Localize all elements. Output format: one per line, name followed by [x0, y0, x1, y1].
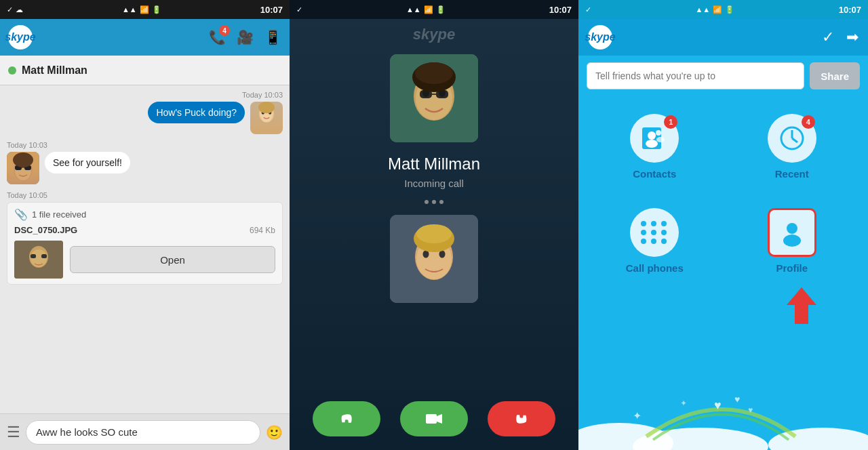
check-header-icon[interactable]: ✓	[822, 28, 834, 46]
video-icon[interactable]: 🎥	[237, 29, 254, 45]
contacts-badge: 1	[664, 115, 677, 129]
status-input-row: Share	[578, 56, 868, 96]
file-name: DSC_0750.JPG	[14, 225, 77, 235]
svg-point-48	[768, 428, 868, 450]
dial-dot-8	[651, 239, 656, 244]
dial-dot-9	[661, 239, 667, 244]
status-icons-left: ✓ ☁	[7, 5, 23, 14]
skype-icon-small: ☁	[16, 5, 23, 14]
header-icons: 📞 4 🎥 📱	[209, 29, 281, 45]
svg-text:♥: ♥	[734, 394, 740, 405]
menu-emoji-button[interactable]: ☰	[7, 424, 20, 441]
skype-logo-3: skype	[588, 25, 612, 49]
profile-arrow-icon	[783, 285, 821, 325]
file-section: 📎 1 file received DSC_0750.JPG 694 Kb	[7, 202, 283, 285]
msg-outgoing-1: How's Puck doing?	[7, 102, 283, 134]
svg-point-43	[787, 223, 797, 234]
file-header: 📎 1 file received	[14, 208, 275, 221]
battery-icon: 🔋	[152, 5, 161, 14]
file-thumbnail	[14, 241, 63, 279]
dot-1	[425, 200, 429, 204]
dial-dot-5	[651, 230, 656, 235]
profile-label: Profile	[776, 262, 808, 274]
recent-badge: 4	[802, 115, 815, 129]
svg-rect-14	[31, 254, 36, 258]
recent-label: Recent	[775, 168, 809, 180]
open-file-button[interactable]: Open	[70, 246, 275, 273]
profile-icon-circle	[768, 208, 816, 257]
dial-dot-2	[651, 221, 656, 226]
share-button[interactable]: Share	[810, 62, 860, 89]
svg-rect-33	[426, 414, 437, 424]
dial-dot-1	[641, 221, 646, 226]
wifi-icon: ▲▲	[122, 5, 137, 14]
dot-3	[439, 200, 443, 204]
callphones-icon-circle	[630, 208, 679, 257]
caller-avatar	[390, 54, 478, 142]
file-preview-row: Open	[14, 241, 275, 279]
menu-item-recent[interactable]: 4 Recent	[727, 103, 858, 190]
file-icon: 📎	[14, 208, 28, 221]
check-icon: ✓	[7, 5, 13, 14]
svg-point-4	[258, 102, 275, 113]
contacts-icon-circle: 1	[630, 114, 679, 163]
menu-panel: ✓ ▲▲ 📶 🔋 10:07 skype ✓ ➡ Share	[578, 0, 868, 450]
recent-icon-circle: 4	[768, 114, 816, 163]
menu-header: skype ✓ ➡	[578, 19, 868, 56]
svg-point-37	[646, 140, 658, 148]
contact-name: Matt Millman	[22, 64, 87, 77]
svg-text:♥: ♥	[714, 398, 722, 412]
avatar-contact	[7, 152, 39, 184]
svg-point-39	[656, 137, 665, 142]
calls-badge: 4	[219, 25, 230, 36]
bubble-incoming-1: See for yourself!	[45, 152, 130, 173]
contact-bar: Matt Millman	[0, 56, 290, 85]
svg-point-29	[423, 251, 429, 258]
check-icon-3: ✓	[585, 5, 591, 14]
contacts-label: Contacts	[633, 168, 676, 180]
svg-rect-15	[41, 254, 47, 258]
timestamp-3: Today 10:05	[7, 191, 283, 199]
calls-icon[interactable]: 📞 4	[209, 29, 226, 45]
call-content: Matt Millman Incoming call	[290, 47, 578, 394]
timestamp-2: Today 10:03	[7, 141, 283, 149]
clock-2: 10:07	[549, 5, 572, 15]
svg-point-44	[783, 234, 801, 247]
menu-item-contacts[interactable]: 1 Contacts	[589, 103, 720, 190]
call-panel: ✓ ▲▲ 📶 🔋 10:07 skype	[290, 0, 578, 450]
svg-text:✦: ✦	[680, 398, 687, 408]
timestamp-1: Today 10:03	[7, 91, 283, 99]
emoji-button[interactable]: 🙂	[266, 424, 283, 441]
check-icon-2: ✓	[296, 5, 302, 14]
logout-icon[interactable]: ➡	[846, 28, 859, 46]
dial-dot-6	[661, 230, 667, 235]
file-size: 694 Kb	[250, 226, 275, 235]
chat-input-bar: ☰ 🙂	[0, 413, 290, 450]
video-call-button[interactable]	[400, 401, 468, 436]
caller-name: Matt Millman	[388, 155, 480, 173]
battery-icon-2: 🔋	[436, 5, 446, 14]
menu-grid: 1 Contacts 4 Recent	[578, 96, 868, 291]
svg-point-32	[416, 224, 452, 243]
call-status-text: Incoming call	[404, 178, 464, 189]
file-row: DSC_0750.JPG 694 Kb	[14, 225, 275, 235]
menu-header-icons: ✓ ➡	[822, 28, 859, 46]
call-buttons-row	[290, 394, 578, 450]
decline-call-button[interactable]	[488, 401, 555, 436]
status-icons-2-left: ✓	[296, 5, 302, 14]
menu-item-profile[interactable]: Profile	[727, 197, 858, 285]
svg-point-36	[648, 131, 656, 140]
menu-item-callphones[interactable]: Call phones	[589, 197, 720, 285]
phone-icon[interactable]: 📱	[264, 29, 281, 45]
bubble-outgoing-1: How's Puck doing?	[148, 102, 245, 123]
accept-call-button[interactable]	[313, 401, 380, 436]
messages-area[interactable]: Today 10:03 How's Puck doing?	[0, 85, 290, 413]
status-input-field[interactable]	[587, 62, 804, 89]
status-bar-2: ✓ ▲▲ 📶 🔋 10:07	[290, 0, 578, 19]
callphones-label: Call phones	[626, 262, 684, 274]
clock-3: 10:07	[839, 5, 861, 15]
status-icons-2-right: ▲▲ 📶 🔋	[406, 5, 446, 14]
status-icons-3-left: ✓	[585, 5, 591, 14]
chat-input-field[interactable]	[26, 420, 260, 445]
clock-1: 10:07	[260, 5, 283, 15]
